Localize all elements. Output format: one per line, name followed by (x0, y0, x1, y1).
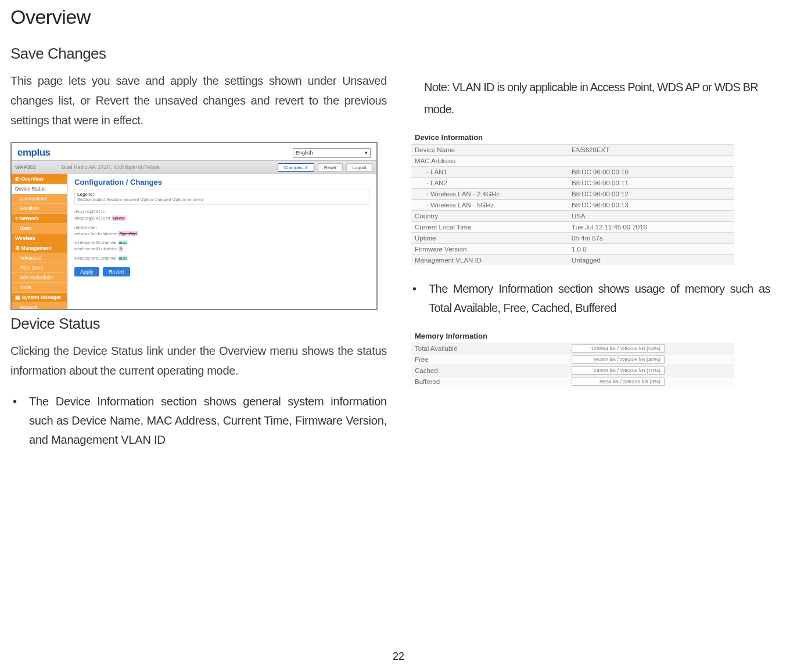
nav-realtime[interactable]: Realtime (12, 204, 67, 214)
chevron-down-icon: ▾ (365, 150, 368, 156)
table-row: Cached24908 kB / 236336 kB (10%) (411, 365, 734, 376)
table-row: Device NameENS620EXT (411, 144, 734, 155)
nav-basic[interactable]: Basic (12, 224, 67, 233)
table-row: Free95352 kB / 236336 kB (40%) (411, 354, 734, 365)
nav-advanced[interactable]: Advanced (12, 253, 67, 263)
device-status-body: Clicking the Device Status link under th… (10, 341, 387, 380)
device-status-bullets: • The Device Information section shows g… (10, 392, 387, 450)
nav-wifi-scheduler[interactable]: WiFi Scheduler (12, 273, 67, 283)
table-row: - Wireless LAN - 5GHzB8:DC:96:00:00:13 (411, 199, 734, 210)
memory-bullets: • The Memory Information section shows u… (410, 279, 770, 318)
config-legend: Legend: Section added Section removed Op… (74, 189, 369, 205)
page-title: Overview (10, 6, 781, 28)
nav-management[interactable]: ⚙ Management (12, 243, 67, 253)
nav-device-status[interactable]: Device Status (12, 184, 67, 194)
nav-overview[interactable]: ◐ OverView (12, 174, 67, 184)
logout-button[interactable]: Logout (346, 163, 373, 172)
table-row: Current Local TimeTue Jul 12 11:45:00 20… (411, 221, 734, 232)
bullet-text: The Device Information section shows gen… (29, 392, 387, 450)
nav-account[interactable]: Account (12, 303, 67, 310)
model-desc: Dual Radio AP, 2T2R, 400Mbps+867Mbps (62, 164, 274, 170)
table-row: Buffered8624 kB / 236336 kB (3%) (411, 376, 734, 387)
table-row: - LAN1B8:DC:96:00:00:10 (411, 166, 734, 177)
nav-time-zone[interactable]: Time Zone (12, 263, 67, 273)
save-changes-body: This page lets you save and apply the se… (10, 71, 387, 130)
device-info-title: Device Information (411, 131, 734, 144)
language-value: English (296, 150, 313, 156)
change-entry: wireless.wifi1.channel auto (74, 255, 369, 261)
nav-wireless[interactable]: Wireless (12, 233, 67, 243)
nav-tools[interactable]: Tools (12, 283, 67, 293)
table-row: - Wireless LAN - 2.4GHzB8:DC:96:00:00:12 (411, 188, 734, 199)
memory-information-screenshot: Memory Information Total Available128884… (411, 329, 734, 387)
device-information-screenshot: Device Information Device NameENS620EXT … (411, 131, 734, 265)
config-heading: Configuration / Changes (74, 178, 369, 186)
nav-connections[interactable]: Connections (12, 194, 67, 204)
device-status-heading: Device Status (10, 315, 387, 333)
save-changes-heading: Save Changes (10, 45, 387, 63)
config-main: Configuration / Changes Legend: Section … (67, 174, 376, 310)
change-entry: dhcp.cfg02411c dhcp.cfg02411c.ra server (74, 209, 369, 222)
language-select[interactable]: English ▾ (293, 148, 371, 158)
table-row: Total Available128884 kB / 236336 kB (54… (411, 343, 734, 354)
change-entry: network.lan network.lan.hostname OpenWrt (74, 224, 369, 238)
page-number: 22 (0, 651, 797, 663)
left-column: Save Changes This page lets you save and… (10, 45, 387, 450)
table-row: Uptime0h 4m 57s (411, 232, 734, 243)
revert-button[interactable]: Revert (103, 267, 130, 276)
table-row: - LAN2B8:DC:96:00:00:11 (411, 177, 734, 188)
list-item: • The Memory Information section shows u… (410, 279, 770, 318)
right-column: Note: VLAN ID is only applicable in Acce… (410, 45, 770, 450)
changes-button[interactable]: Changes: 0 (278, 163, 314, 172)
bullet-icon: • (410, 279, 429, 318)
table-row: MAC Address (411, 155, 734, 166)
memory-info-title: Memory Information (411, 329, 734, 343)
table-row: CountryUSA (411, 210, 734, 221)
config-changes-screenshot: emplus English ▾ WAP353 Dual Radio AP, 2… (10, 142, 378, 310)
apply-button[interactable]: Apply (74, 267, 99, 276)
vlan-note: Note: VLAN ID is only applicable in Acce… (410, 76, 770, 120)
logo: emplus (17, 147, 51, 159)
bullet-icon: • (10, 392, 29, 450)
nav-network[interactable]: < Network (12, 214, 67, 224)
sidebar-nav: ◐ OverView Device Status Connections Rea… (12, 174, 67, 310)
model-label: WAP353 (15, 164, 62, 170)
list-item: • The Device Information section shows g… (10, 392, 387, 450)
bullet-text: The Memory Information section shows usa… (429, 279, 770, 318)
change-entry: wireless.wifi0.channel auto wireless.wif… (74, 239, 369, 253)
table-row: Firmware Version1.0.0 (411, 243, 734, 254)
table-row: Management VLAN IDUntagged (411, 254, 734, 265)
reset-button[interactable]: Reset (318, 163, 343, 172)
nav-system-manager[interactable]: ▣ System Manager (12, 293, 67, 303)
top-bar: WAP353 Dual Radio AP, 2T2R, 400Mbps+867M… (12, 160, 376, 174)
